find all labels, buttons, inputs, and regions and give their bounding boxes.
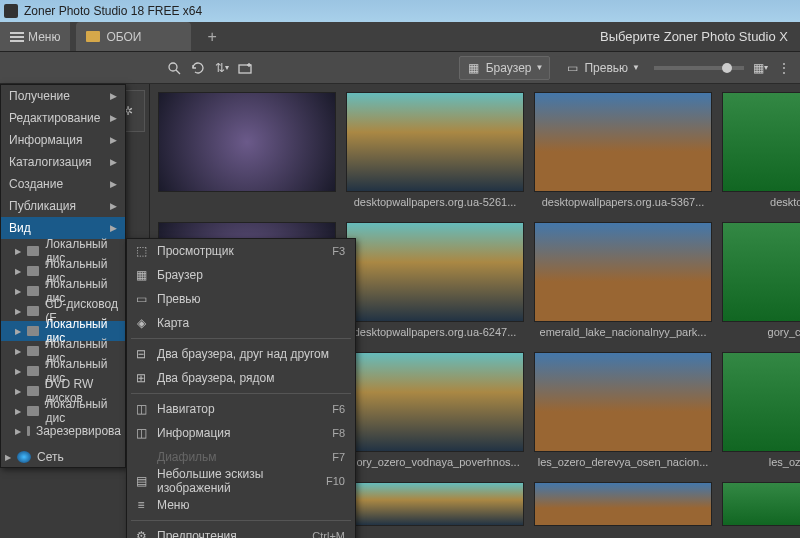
thumbnail-image (722, 482, 800, 526)
submenu-icon: ◫ (133, 402, 149, 416)
thumbnail-image (722, 222, 800, 322)
submenu-item[interactable]: ≡Меню (127, 493, 355, 517)
chevron-right-icon: ▶ (110, 179, 117, 189)
submenu-item[interactable]: ◫ИнформацияF8 (127, 421, 355, 445)
submenu-icon: ⊞ (133, 371, 149, 385)
grid-view-icon[interactable]: ▦▾ (752, 60, 768, 76)
submenu-item[interactable]: ◫НавигаторF6 (127, 397, 355, 421)
preview-mode-label: Превью (584, 61, 628, 75)
shortcut-label: F7 (332, 451, 345, 463)
tree-node-network[interactable]: ▶Сеть (1, 447, 125, 467)
tree-label: Сеть (37, 450, 64, 464)
preview-mode-button[interactable]: ▭ Превью ▼ (558, 57, 646, 79)
new-folder-icon[interactable] (238, 60, 254, 76)
thumbnail-item[interactable]: desktopwallpapers.org.ua-6247... (346, 222, 524, 346)
thumbnail-label: gory_ozero_vodnaya_poverhnos... (346, 452, 524, 476)
tree-node[interactable]: ▶Локальный дис (1, 401, 125, 421)
thumbnail-image (346, 352, 524, 452)
thumbnail-item[interactable]: desktopwallpape (722, 92, 800, 216)
thumbnail-image (158, 92, 336, 192)
chevron-right-icon: ▶ (110, 157, 117, 167)
grid-icon: ▦ (466, 60, 482, 76)
browser-mode-button[interactable]: ▦ Браузер ▼ (459, 56, 551, 80)
thumbnail-image (722, 92, 800, 192)
disk-icon (27, 406, 39, 416)
thumbnail-item[interactable] (722, 482, 800, 526)
submenu-label: Карта (157, 316, 337, 330)
menu-item-label: Информация (9, 133, 110, 147)
slider-knob[interactable] (722, 63, 732, 73)
thumbnail-item[interactable] (158, 92, 336, 216)
thumbnail-image (346, 482, 524, 526)
menu-item[interactable]: Создание▶ (1, 173, 125, 195)
triangle-icon: ▶ (15, 367, 21, 376)
triangle-icon: ▶ (15, 287, 21, 296)
triangle-icon: ▶ (15, 307, 21, 316)
menu-separator (131, 393, 351, 394)
thumbnail-item[interactable]: les_ozero_derevya_osen_nacion... (534, 352, 712, 476)
refresh-icon[interactable] (190, 60, 206, 76)
thumbnail-item[interactable]: gory_ozero_vodnaya_poverhnos... (346, 352, 524, 476)
tab-current[interactable]: ОБОИ (76, 22, 191, 51)
main-menu-dropdown: Получение▶Редактирование▶Информация▶Ката… (0, 84, 126, 468)
search-icon[interactable] (166, 60, 182, 76)
menu-separator (131, 338, 351, 339)
menu-item[interactable]: Публикация▶ (1, 195, 125, 217)
tree-label: Локальный дис (45, 397, 121, 425)
more-icon[interactable]: ⋮ (776, 60, 792, 76)
menu-item-label: Редактирование (9, 111, 110, 125)
submenu-label: Два браузера, рядом (157, 371, 337, 385)
thumbnail-image (534, 92, 712, 192)
submenu-item[interactable]: ⊟Два браузера, друг над другом (127, 342, 355, 366)
menu-item[interactable]: Редактирование▶ (1, 107, 125, 129)
promo-link[interactable]: Выберите Zoner Photo Studio X (600, 29, 800, 44)
submenu-item[interactable]: ⬚ПросмотрщикF3 (127, 239, 355, 263)
thumbnail-item[interactable] (534, 482, 712, 526)
submenu-item[interactable]: ⊞Два браузера, рядом (127, 366, 355, 390)
menu-item[interactable]: Информация▶ (1, 129, 125, 151)
thumbnail-item[interactable] (346, 482, 524, 526)
menu-item[interactable]: Получение▶ (1, 85, 125, 107)
thumbnail-item[interactable]: emerald_lake_nacionalnyy_park... (534, 222, 712, 346)
tab-label: ОБОИ (106, 30, 141, 44)
submenu-item[interactable]: ▦Браузер (127, 263, 355, 287)
thumbnail-label: emerald_lake_nacionalnyy_park... (534, 322, 712, 346)
thumbnail-item[interactable]: desktopwallpapers.org.ua-5261... (346, 92, 524, 216)
submenu-item[interactable]: ▭Превью (127, 287, 355, 311)
thumbnail-image (346, 222, 524, 322)
disk-icon (27, 306, 39, 316)
thumbnail-size-slider[interactable] (654, 66, 744, 70)
submenu-label: Навигатор (157, 402, 324, 416)
submenu-label: Диафильм (157, 450, 324, 464)
submenu-icon: ◫ (133, 426, 149, 440)
menubar: Меню ОБОИ + Выберите Zoner Photo Studio … (0, 22, 800, 52)
menu-item-label: Вид (9, 221, 110, 235)
chevron-right-icon: ▶ (110, 91, 117, 101)
menu-item[interactable]: Вид▶ (1, 217, 125, 239)
sort-icon[interactable]: ⇅▾ (214, 60, 230, 76)
shortcut-label: F3 (332, 245, 345, 257)
triangle-icon: ▶ (15, 407, 21, 416)
chevron-down-icon: ▼ (536, 63, 544, 72)
thumbnail-image (534, 222, 712, 322)
submenu-item[interactable]: ◈Карта (127, 311, 355, 335)
thumbnail-label: gory_cvety_ozero (722, 322, 800, 346)
submenu-label: Информация (157, 426, 324, 440)
view-submenu: ⬚ПросмотрщикF3▦Браузер▭Превью◈Карта⊟Два … (126, 238, 356, 538)
menu-label: Меню (28, 30, 60, 44)
thumbnail-item[interactable]: les_ozero_otrazh (722, 352, 800, 476)
tree-node[interactable]: ▶Зарезервирова (1, 421, 125, 441)
submenu-item[interactable]: ⚙Предпочтения...Ctrl+M (127, 524, 355, 538)
submenu-icon: ▭ (133, 292, 149, 306)
menu-item[interactable]: Каталогизация▶ (1, 151, 125, 173)
disk-icon (27, 386, 39, 396)
main-menu-button[interactable]: Меню (0, 22, 70, 51)
toolbar: ⇅▾ ▦ Браузер ▼ ▭ Превью ▼ ▦▾ ⋮ (0, 52, 800, 84)
thumbnail-label: les_ozero_derevya_osen_nacion... (534, 452, 712, 476)
thumbnail-item[interactable]: gory_cvety_ozero (722, 222, 800, 346)
triangle-icon: ▶ (15, 427, 21, 436)
thumbnail-item[interactable]: desktopwallpapers.org.ua-5367... (534, 92, 712, 216)
add-tab-button[interactable]: + (207, 28, 216, 46)
submenu-item[interactable]: ▤Небольшие эскизы изображенийF10 (127, 469, 355, 493)
shortcut-label: F8 (332, 427, 345, 439)
